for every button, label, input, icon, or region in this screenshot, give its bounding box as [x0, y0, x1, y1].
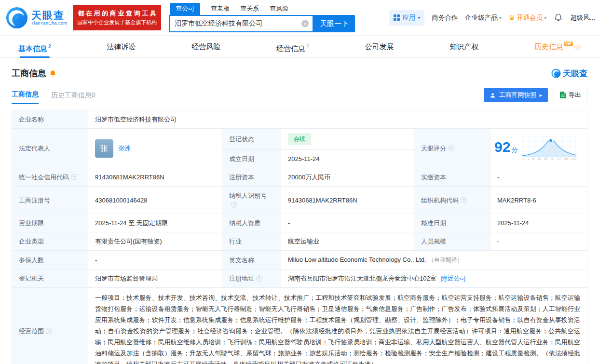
promo-banner: 都 在 用 的 商 业 查 询 工 具 国家中小企业发展子基金旗下机构: [73, 5, 161, 30]
arrow-right-icon: ▸: [539, 92, 542, 98]
nav-apps[interactable]: 应用 ▾: [389, 10, 424, 26]
established-label: 成立日期: [222, 150, 281, 168]
nav-apps-label: 应用: [402, 13, 415, 22]
logo-subtitle: TianYanCha.com: [31, 21, 67, 26]
staff-size-value: -: [490, 232, 587, 251]
person-icon: [490, 92, 496, 98]
auto-translate-note: （自动翻译）: [428, 256, 463, 263]
company-name-label: 企业名称: [12, 110, 88, 129]
promo-line2: 国家中小企业发展子基金旗下机构: [77, 18, 157, 27]
tab-basic-info[interactable]: 基本信息2: [18, 36, 51, 57]
tab-operation-info[interactable]: 经营信息2: [276, 36, 309, 57]
subtab-history-business-info[interactable]: 历史工商信息0: [51, 91, 95, 104]
scope-cell: 一般项目：技术服务、技术开发、技术咨询、技术交流、技术转让、技术推广；工程和技术…: [88, 288, 587, 364]
notification-bell[interactable]: [554, 13, 563, 22]
company-name-value: 汨罗市低空经济科技有限公司: [88, 110, 587, 129]
reg-capital-value: 20000万人民币: [281, 168, 414, 187]
company-type-value: 有限责任公司(国有独资): [88, 232, 222, 251]
nav-cooperation[interactable]: 商务合作: [432, 13, 458, 22]
insured-value: -: [88, 251, 222, 270]
score-unit: 分: [511, 145, 517, 154]
table-row: 参保人数 - 英文名称 Miluo Low altitude Economic …: [12, 251, 587, 270]
approval-date-label: 核准日期: [414, 214, 490, 232]
tab-intellectual-property-label: 知识产权: [449, 42, 478, 51]
official-snapshot-label: 工商官网快照: [499, 91, 536, 99]
avatar[interactable]: 张: [95, 139, 113, 158]
help-icon[interactable]: ?: [256, 275, 262, 282]
official-snapshot-button[interactable]: 工商官网快照 ▸: [484, 88, 548, 102]
taxpayer-quali-value: -: [281, 214, 414, 232]
nav-open-vip-label: 开通会员: [517, 13, 543, 22]
scope-value: 一般项目：技术服务、技术开发、技术咨询、技术交流、技术转让、技术推广；工程和技术…: [95, 292, 580, 364]
help-icon[interactable]: ?: [574, 44, 581, 50]
taxpayer-quali-label: 纳税人资质: [222, 214, 281, 232]
reg-authority-label: 登记机关: [12, 270, 88, 288]
watermark-logo: 天眼查: [551, 68, 587, 79]
subtab-business-info[interactable]: 工商信息: [12, 90, 39, 104]
chevron-down-icon: ▾: [544, 15, 546, 20]
score-label: 天眼评分?: [414, 129, 490, 168]
company-type-label: 企业类型: [12, 232, 88, 251]
industry-value: 航空运输业: [281, 232, 414, 251]
table-row: 经营范围? 一般项目：技术服务、技术开发、技术咨询、技术交流、技术转让、技术推广…: [12, 288, 587, 364]
staff-size-label: 人员规模: [414, 232, 490, 251]
promo-line1: 都 在 用 的 商 业 查 询 工 具: [77, 9, 157, 18]
tab-count-badge: 2: [306, 44, 309, 49]
clear-search-icon[interactable]: ×: [301, 20, 309, 27]
score-cell: 92 分: [490, 129, 587, 168]
table-row: 统一社会信用代码? 91430681MAK2RRT86N 注册资本 20000万…: [12, 168, 587, 187]
help-icon[interactable]: ?: [448, 145, 454, 151]
term-label: 营业期限: [12, 214, 88, 232]
legal-rep-label: 法定代表人: [12, 129, 88, 168]
legal-rep-cell: 张 张洲: [88, 129, 222, 168]
help-icon[interactable]: ?: [231, 202, 237, 208]
announcement-bell-icon[interactable]: [49, 70, 56, 77]
help-icon[interactable]: ?: [46, 328, 52, 334]
search-tab-risk[interactable]: 查风险: [270, 3, 288, 15]
export-doc-icon: [560, 92, 566, 98]
nav-enterprise-products[interactable]: 企业级产品 ▾: [465, 13, 502, 22]
search-input[interactable]: [169, 15, 313, 32]
en-name-cell: Miluo Low altitude Economic Technology C…: [281, 251, 587, 270]
nav-open-vip[interactable]: ♛ 开通会员 ▾: [509, 13, 546, 22]
tab-intellectual-property[interactable]: 知识产权: [449, 36, 478, 57]
en-name-label: 英文名称: [222, 251, 281, 270]
table-row: 企业类型 有限责任公司(国有独资) 行业 航空运输业 人员规模 -: [12, 232, 587, 251]
reg-no-label: 工商注册号: [12, 187, 88, 214]
tab-history-info-label: 历史信息: [534, 42, 563, 51]
tab-company-development[interactable]: 公司发展: [365, 36, 394, 57]
nav-super-risk[interactable]: 超级风...: [570, 13, 595, 22]
vip-badge: VIP: [564, 41, 573, 46]
status-badge: 存续: [288, 133, 311, 145]
watermark-text: 天眼查: [563, 68, 587, 79]
search-tab-relation[interactable]: 查关系: [240, 3, 259, 15]
reg-status-label: 登记状态: [222, 129, 281, 150]
search-button[interactable]: 天眼一下: [313, 15, 355, 32]
reg-capital-label: 注册资本: [222, 168, 281, 187]
search-area: 查公司 查老板 查关系 查风险 × 天眼一下: [169, 3, 355, 32]
help-icon[interactable]: ?: [71, 174, 77, 180]
address-cell: 湖南省岳阳市汨罗市沿江大道北侧龙舟竞渡中心102室 附近公司: [281, 270, 587, 288]
tab-company-development-label: 公司发展: [365, 42, 394, 51]
watermark-logo-icon: [551, 68, 561, 78]
logo-title: 天眼查: [31, 10, 67, 21]
reg-no-value: 430681000146428: [88, 187, 222, 214]
tab-history-info[interactable]: 历史信息VIP?: [534, 36, 581, 57]
nearby-companies-link[interactable]: 附近公司: [441, 275, 466, 282]
search-tab-company[interactable]: 查公司: [170, 3, 200, 15]
bell-icon: [554, 13, 563, 22]
tab-legal-litigation[interactable]: 法律诉讼: [107, 36, 136, 57]
search-tabs: 查公司 查老板 查关系 查风险: [169, 3, 355, 15]
table-row: 营业期限 2025-11-24 至 无固定期限 纳税人资质 - 核准日期 202…: [12, 214, 587, 232]
scope-label: 经营范围?: [12, 288, 88, 364]
tab-operation-risk[interactable]: 经营风险: [191, 36, 220, 57]
legal-rep-link[interactable]: 张洲: [118, 144, 131, 153]
export-button[interactable]: 导出: [554, 88, 587, 102]
tianyancha-logo[interactable]: 天眼查 TianYanCha.com: [6, 7, 67, 29]
nav-super-risk-label: 超级风...: [570, 13, 595, 22]
search-tab-boss[interactable]: 查老板: [211, 3, 230, 15]
address-value: 湖南省岳阳市汨罗市沿江大道北侧龙舟竞渡中心102室: [288, 275, 436, 282]
nav-enterprise-label: 企业级产品: [465, 13, 498, 22]
help-icon[interactable]: ?: [461, 197, 467, 203]
uscc-label: 统一社会信用代码?: [12, 168, 88, 187]
